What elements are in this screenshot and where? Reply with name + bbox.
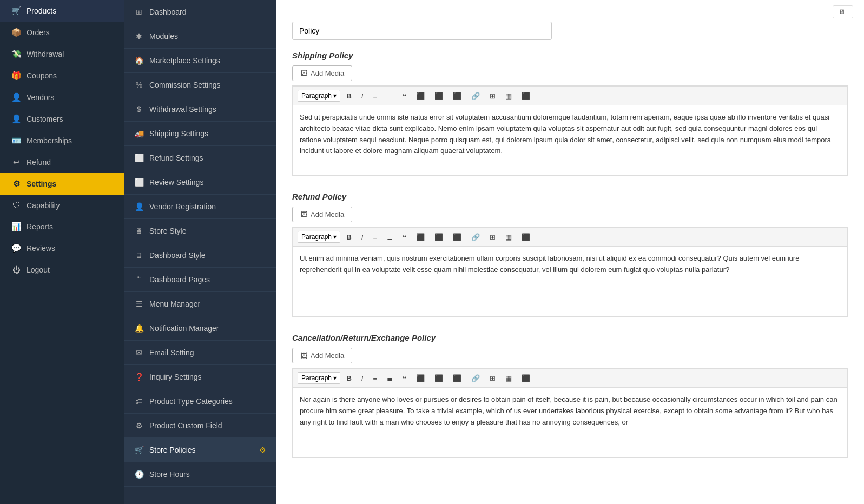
middle-item-store-style[interactable]: 🖥Store Style	[124, 219, 276, 243]
middle-item-shipping-settings[interactable]: 🚚Shipping Settings	[124, 122, 276, 146]
sidebar-item-capability[interactable]: 🛡Capability	[0, 195, 124, 216]
paragraph-dropdown[interactable]: Paragraph ▾	[298, 231, 340, 243]
settings-icon: ⚙	[11, 179, 21, 189]
reports-icon: 📊	[11, 222, 21, 231]
table-btn[interactable]: ▦	[502, 231, 516, 243]
sidebar-item-coupons[interactable]: 🎁Coupons	[0, 65, 124, 87]
middle-item-store-hours[interactable]: 🕐Store Hours	[124, 462, 276, 487]
middle-item-withdrawal-settings[interactable]: $Withdrawal Settings	[124, 97, 276, 122]
editor-toolbar: Paragraph ▾ B I ≡ ≣ ❝ ⬛ ⬛ ⬛ 🔗 ⊞ ▦ ⬛	[293, 227, 847, 246]
dashboard-style-icon: 🖥	[134, 251, 144, 260]
sidebar-item-reports[interactable]: 📊Reports	[0, 216, 124, 237]
add-media-btn-cancellation-policy[interactable]: 🖼 Add Media	[292, 348, 352, 363]
align-left-btn[interactable]: ⬛	[412, 373, 428, 384]
middle-item-menu-manager[interactable]: ☰Menu Manager	[124, 292, 276, 316]
customers-icon: 👤	[11, 114, 21, 124]
middle-item-notification-manager[interactable]: 🔔Notification Manager	[124, 316, 276, 341]
sidebar-item-products[interactable]: 🛒Products	[0, 0, 124, 22]
link-btn[interactable]: 🔗	[467, 373, 484, 384]
sidebar-item-reviews[interactable]: 💬Reviews	[0, 237, 124, 259]
align-right-btn[interactable]: ⬛	[449, 373, 465, 384]
ol-btn[interactable]: ≣	[383, 90, 397, 102]
policy-section-shipping-policy: Shipping Policy 🖼 Add Media Paragraph ▾ …	[292, 51, 848, 176]
italic-btn[interactable]: I	[358, 90, 367, 102]
editor-area-cancellation-policy[interactable]: Nor again is there anyone who loves or p…	[293, 387, 847, 457]
sidebar-item-customers[interactable]: 👤Customers	[0, 108, 124, 130]
quote-btn[interactable]: ❝	[399, 231, 410, 243]
middle-item-commission-settings[interactable]: %Commission Settings	[124, 73, 276, 97]
middle-item-store-policies[interactable]: 🛒Store Policies⚙	[124, 438, 276, 462]
inquiry-settings-icon: ❓	[134, 373, 144, 381]
more-btn[interactable]: ⊞	[486, 373, 499, 384]
middle-item-product-type-categories[interactable]: 🏷Product Type Categories	[124, 389, 276, 414]
bold-btn[interactable]: B	[342, 90, 355, 102]
sidebar-item-label: Reviews	[27, 244, 55, 253]
paragraph-dropdown[interactable]: Paragraph ▾	[298, 90, 340, 102]
ol-btn[interactable]: ≣	[383, 373, 397, 384]
italic-btn[interactable]: I	[358, 231, 367, 243]
middle-item-review-settings[interactable]: ⬜Review Settings	[124, 170, 276, 195]
editor-area-shipping-policy[interactable]: Sed ut perspiciatis unde omnis iste natu…	[293, 105, 847, 175]
link-btn[interactable]: 🔗	[467, 231, 484, 243]
coupons-icon: 🎁	[11, 71, 21, 81]
link-btn[interactable]: 🔗	[467, 90, 484, 102]
sidebar-item-withdrawal[interactable]: 💸Withdrawal	[0, 43, 124, 65]
marketplace-settings-icon: 🏠	[134, 56, 144, 65]
store-style-icon: 🖥	[134, 227, 144, 235]
embed-btn[interactable]: ⬛	[518, 373, 534, 384]
middle-item-modules[interactable]: ✱Modules	[124, 24, 276, 49]
sidebar-item-settings[interactable]: ⚙Settings	[0, 173, 124, 195]
policy-tab-input[interactable]	[292, 22, 552, 40]
orders-icon: 📦	[11, 28, 21, 37]
middle-item-inquiry-settings[interactable]: ❓Inquiry Settings	[124, 365, 276, 389]
embed-btn[interactable]: ⬛	[518, 90, 534, 102]
more-btn[interactable]: ⊞	[486, 90, 499, 102]
middle-item-refund-settings[interactable]: ⬜Refund Settings	[124, 146, 276, 170]
table-btn[interactable]: ▦	[502, 373, 516, 384]
align-center-btn[interactable]: ⬛	[431, 231, 447, 243]
bold-btn[interactable]: B	[342, 373, 355, 384]
refund-icon: ↩	[11, 157, 21, 167]
middle-item-marketplace-settings[interactable]: 🏠Marketplace Settings	[124, 49, 276, 73]
ul-btn[interactable]: ≡	[369, 231, 381, 243]
media-icon: 🖼	[300, 69, 307, 77]
editor-area-refund-policy[interactable]: Ut enim ad minima veniam, quis nostrum e…	[293, 246, 847, 316]
add-media-btn-refund-policy[interactable]: 🖼 Add Media	[292, 207, 352, 222]
ol-btn[interactable]: ≣	[383, 231, 397, 243]
sidebar-item-logout[interactable]: ⏻Logout	[0, 259, 124, 280]
ul-btn[interactable]: ≡	[369, 90, 381, 102]
table-btn[interactable]: ▦	[502, 90, 516, 102]
settings-icon: ⚙	[259, 446, 266, 454]
add-media-btn-shipping-policy[interactable]: 🖼 Add Media	[292, 65, 352, 81]
bold-btn[interactable]: B	[342, 231, 355, 243]
align-right-btn[interactable]: ⬛	[449, 231, 465, 243]
sidebar-item-orders[interactable]: 📦Orders	[0, 22, 124, 43]
ul-btn[interactable]: ≡	[369, 373, 381, 384]
middle-item-label: Withdrawal Settings	[149, 105, 216, 114]
quote-btn[interactable]: ❝	[399, 90, 410, 102]
sidebar-item-vendors[interactable]: 👤Vendors	[0, 87, 124, 108]
middle-item-dashboard-style[interactable]: 🖥Dashboard Style	[124, 243, 276, 268]
more-btn[interactable]: ⊞	[486, 231, 499, 243]
tutorial-button[interactable]: 🖥	[833, 5, 853, 18]
main-content: 🖥 Shipping Policy 🖼 Add Media Paragraph …	[276, 0, 864, 504]
sidebar-item-refund[interactable]: ↩Refund	[0, 151, 124, 173]
sidebar-item-label: Products	[27, 6, 56, 15]
align-center-btn[interactable]: ⬛	[431, 90, 447, 102]
middle-item-dashboard-pages[interactable]: 🗒Dashboard Pages	[124, 268, 276, 292]
middle-item-product-custom-field[interactable]: ⚙Product Custom Field	[124, 414, 276, 438]
middle-item-email-setting[interactable]: ✉Email Setting	[124, 341, 276, 365]
embed-btn[interactable]: ⬛	[518, 231, 534, 243]
product-type-categories-icon: 🏷	[134, 397, 144, 406]
align-center-btn[interactable]: ⬛	[431, 373, 447, 384]
reviews-icon: 💬	[11, 243, 21, 253]
sidebar-item-memberships[interactable]: 🪪Memberships	[0, 130, 124, 151]
align-right-btn[interactable]: ⬛	[449, 90, 465, 102]
paragraph-dropdown[interactable]: Paragraph ▾	[298, 372, 340, 384]
quote-btn[interactable]: ❝	[399, 373, 410, 384]
middle-item-vendor-registration[interactable]: 👤Vendor Registration	[124, 195, 276, 219]
align-left-btn[interactable]: ⬛	[412, 90, 428, 102]
middle-item-dashboard[interactable]: ⊞Dashboard	[124, 0, 276, 24]
align-left-btn[interactable]: ⬛	[412, 231, 428, 243]
italic-btn[interactable]: I	[358, 373, 367, 384]
